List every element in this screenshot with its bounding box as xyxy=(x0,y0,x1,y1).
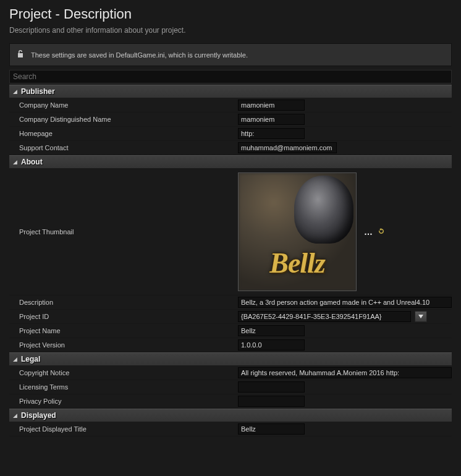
row-project-thumbnail: Project Thumbnail Bellz … xyxy=(9,169,452,295)
section-publisher: ◢ Publisher Company Name Company Disting… xyxy=(9,85,452,155)
page-subtitle: Descriptions and other information about… xyxy=(9,26,452,35)
input-company-distinguished-name[interactable] xyxy=(238,114,305,125)
thumbnail-logo-text: Bellz xyxy=(239,247,356,279)
label-company-name: Company Name xyxy=(9,101,238,109)
label-privacy-policy: Privacy Policy xyxy=(9,397,238,405)
row-company-distinguished-name: Company Distinguished Name xyxy=(9,113,452,127)
page-title: Project - Description xyxy=(9,6,452,22)
label-project-thumbnail: Project Thumbnail xyxy=(9,228,238,236)
row-privacy-policy: Privacy Policy xyxy=(9,394,452,409)
label-description: Description xyxy=(9,299,238,306)
reset-to-default-icon[interactable] xyxy=(378,227,385,237)
input-support-contact[interactable] xyxy=(238,142,337,153)
label-project-id: Project ID xyxy=(9,313,238,320)
input-description[interactable] xyxy=(238,297,452,308)
row-project-displayed-title: Project Displayed Title xyxy=(9,422,452,436)
label-project-displayed-title: Project Displayed Title xyxy=(9,425,238,433)
input-company-name[interactable] xyxy=(238,100,305,111)
row-description: Description xyxy=(9,295,452,310)
input-licensing-terms[interactable] xyxy=(238,381,305,393)
project-id-dropdown-button[interactable] xyxy=(415,311,427,322)
section-title: Legal xyxy=(21,355,40,363)
chevron-down-icon: ◢ xyxy=(13,412,19,419)
row-homepage: Homepage xyxy=(9,127,452,141)
chevron-down-icon: ◢ xyxy=(13,356,19,362)
row-licensing-terms: Licensing Terms xyxy=(9,380,452,394)
label-project-name: Project Name xyxy=(9,327,238,334)
section-header-legal[interactable]: ◢ Legal xyxy=(9,352,452,366)
label-licensing-terms: Licensing Terms xyxy=(9,383,238,391)
label-copyright-notice: Copyright Notice xyxy=(9,369,238,376)
label-project-version: Project Version xyxy=(9,341,238,349)
label-homepage: Homepage xyxy=(9,130,238,137)
row-company-name: Company Name xyxy=(9,98,452,113)
input-copyright-notice[interactable] xyxy=(238,367,452,378)
section-displayed: ◢ Displayed Project Displayed Title xyxy=(9,409,452,436)
input-project-version[interactable] xyxy=(238,339,305,351)
row-project-version: Project Version xyxy=(9,338,452,352)
row-project-name: Project Name xyxy=(9,324,452,338)
input-privacy-policy[interactable] xyxy=(238,396,305,407)
section-header-about[interactable]: ◢ About xyxy=(9,155,452,169)
browse-button[interactable]: … xyxy=(364,227,373,237)
input-project-id[interactable] xyxy=(238,311,411,322)
section-header-publisher[interactable]: ◢ Publisher xyxy=(9,85,452,98)
section-about: ◢ About Project Thumbnail Bellz … Descri… xyxy=(9,155,452,352)
row-copyright-notice: Copyright Notice xyxy=(9,366,452,380)
section-title: Displayed xyxy=(21,411,56,420)
banner-text: These settings are saved in DefaultGame.… xyxy=(31,51,248,59)
label-company-distinguished-name: Company Distinguished Name xyxy=(9,116,238,123)
search-input[interactable] xyxy=(9,70,452,83)
chevron-down-icon: ◢ xyxy=(13,88,19,95)
input-project-name[interactable] xyxy=(238,325,305,336)
section-title: Publisher xyxy=(21,87,55,96)
section-title: About xyxy=(21,158,43,166)
label-support-contact: Support Contact xyxy=(9,144,238,151)
chevron-down-icon: ◢ xyxy=(13,159,19,165)
input-project-displayed-title[interactable] xyxy=(238,423,305,435)
input-homepage[interactable] xyxy=(238,128,305,139)
section-legal: ◢ Legal Copyright Notice Licensing Terms… xyxy=(9,352,452,409)
search-box xyxy=(9,70,452,83)
info-banner: These settings are saved in DefaultGame.… xyxy=(9,43,452,66)
unlock-icon xyxy=(16,49,25,60)
row-support-contact: Support Contact xyxy=(9,141,452,155)
row-project-id: Project ID xyxy=(9,310,452,324)
project-thumbnail-image[interactable]: Bellz xyxy=(238,172,357,291)
section-header-displayed[interactable]: ◢ Displayed xyxy=(9,409,452,422)
page-header: Project - Description Descriptions and o… xyxy=(0,0,461,40)
